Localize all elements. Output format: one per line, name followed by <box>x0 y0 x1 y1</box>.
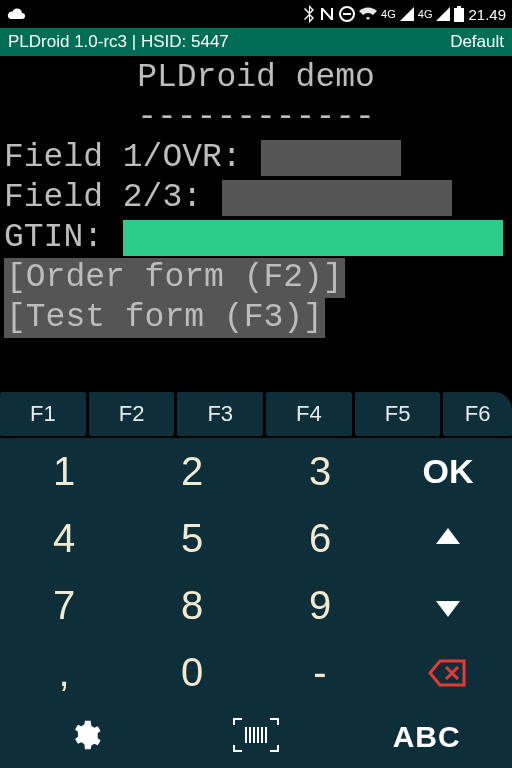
key-7[interactable]: 7 <box>0 572 128 639</box>
bottom-bar: ABC <box>0 706 512 768</box>
terminal-title: PLDroid demo <box>4 58 508 98</box>
key-0[interactable]: 0 <box>128 639 256 706</box>
f5-key[interactable]: F5 <box>355 392 441 436</box>
terminal-field-gtin: GTIN: <box>4 218 508 258</box>
key-minus[interactable]: - <box>256 639 384 706</box>
key-3[interactable]: 3 <box>256 438 384 505</box>
titlebar-left: PLDroid 1.0-rc3 | HSID: 5447 <box>8 32 229 52</box>
cloud-icon <box>6 7 26 21</box>
numeric-keypad: 1 2 3 OK 4 5 6 7 8 9 , <box>0 438 512 706</box>
nfc-icon <box>319 6 335 22</box>
network-1-label: 4G <box>381 8 396 20</box>
f6-key[interactable]: F6 <box>443 392 512 436</box>
terminal-field-1: Field 1/OVR: <box>4 138 508 178</box>
terminal-field-2: Field 2/3: <box>4 178 508 218</box>
backspace-icon <box>428 659 468 687</box>
key-ok[interactable]: OK <box>384 438 512 505</box>
terminal-screen[interactable]: PLDroid demo ------------ Field 1/OVR: F… <box>0 56 512 392</box>
key-backspace[interactable] <box>384 639 512 706</box>
network-2-label: 4G <box>418 8 433 20</box>
f4-key[interactable]: F4 <box>266 392 352 436</box>
arrow-up-icon <box>434 526 462 552</box>
svg-rect-1 <box>343 13 351 15</box>
key-comma[interactable]: , <box>0 639 128 706</box>
signal-1-icon <box>400 7 414 21</box>
key-5[interactable]: 5 <box>128 505 256 572</box>
key-2[interactable]: 2 <box>128 438 256 505</box>
settings-button[interactable] <box>0 706 171 768</box>
field-2-input[interactable] <box>222 180 452 216</box>
titlebar-profile[interactable]: Default <box>450 32 504 52</box>
key-up[interactable] <box>384 505 512 572</box>
test-form-link[interactable]: [Test form (F3)] <box>4 298 325 338</box>
wifi-icon <box>359 7 377 21</box>
bluetooth-icon <box>303 5 315 23</box>
field-1-label: Field 1/OVR: <box>4 138 242 178</box>
clock: 21.49 <box>468 6 506 23</box>
scan-button[interactable] <box>171 706 342 768</box>
key-down[interactable] <box>384 572 512 639</box>
key-4[interactable]: 4 <box>0 505 128 572</box>
battery-icon <box>454 6 464 22</box>
key-9[interactable]: 9 <box>256 572 384 639</box>
key-6[interactable]: 6 <box>256 505 384 572</box>
key-1[interactable]: 1 <box>0 438 128 505</box>
f1-key[interactable]: F1 <box>0 392 86 436</box>
f2-key[interactable]: F2 <box>89 392 175 436</box>
terminal-link-test: [Test form (F3)] <box>4 298 508 338</box>
gear-icon <box>68 718 102 756</box>
input-mode-button[interactable]: ABC <box>341 706 512 768</box>
field-2-label: Field 2/3: <box>4 178 202 218</box>
do-not-disturb-icon <box>339 6 355 22</box>
barcode-scan-icon <box>232 717 280 757</box>
key-8[interactable]: 8 <box>128 572 256 639</box>
terminal-divider: ------------ <box>4 98 508 138</box>
gtin-input[interactable] <box>123 220 503 256</box>
field-1-input[interactable] <box>261 140 401 176</box>
terminal-link-order: [Order form (F2)] <box>4 258 508 298</box>
svg-rect-2 <box>454 8 464 22</box>
gtin-label: GTIN: <box>4 218 103 258</box>
function-key-row: F1 F2 F3 F4 F5 F6 <box>0 392 512 438</box>
arrow-down-icon <box>434 593 462 619</box>
svg-rect-3 <box>457 6 461 8</box>
order-form-link[interactable]: [Order form (F2)] <box>4 258 345 298</box>
android-status-bar: 4G 4G 21.49 <box>0 0 512 28</box>
signal-2-icon <box>436 7 450 21</box>
f3-key[interactable]: F3 <box>177 392 263 436</box>
app-title-bar: PLDroid 1.0-rc3 | HSID: 5447 Default <box>0 28 512 56</box>
